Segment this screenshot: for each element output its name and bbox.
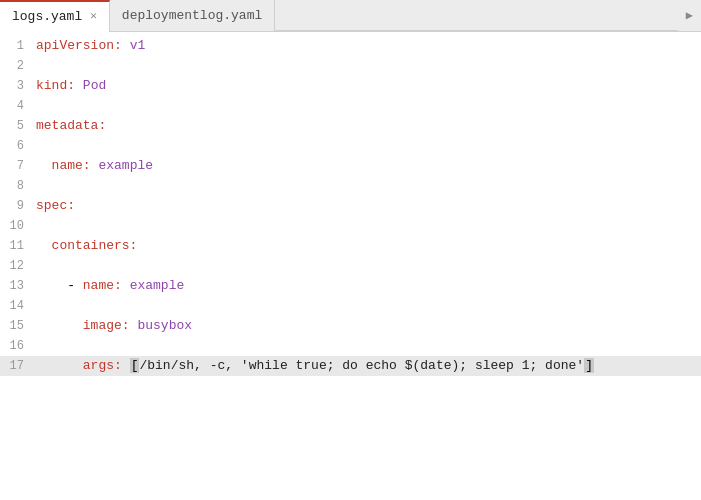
tab-logs-label: logs.yaml bbox=[12, 9, 82, 24]
line-7: 7 name: example bbox=[0, 156, 701, 176]
line-content-15: image: busybox bbox=[36, 316, 701, 336]
tab-logs[interactable]: logs.yaml ✕ bbox=[0, 0, 110, 31]
line-content-1: apiVersion: v1 bbox=[36, 36, 701, 56]
line-number-8: 8 bbox=[0, 176, 36, 196]
line-14: 14 bbox=[0, 296, 701, 316]
line-number-7: 7 bbox=[0, 156, 36, 176]
line-8: 8 bbox=[0, 176, 701, 196]
line-number-9: 9 bbox=[0, 196, 36, 216]
line-16: 16 bbox=[0, 336, 701, 356]
line-1: 1 apiVersion: v1 bbox=[0, 36, 701, 56]
line-4: 4 bbox=[0, 96, 701, 116]
line-content-3: kind: Pod bbox=[36, 76, 701, 96]
line-content-11: containers: bbox=[36, 236, 701, 256]
line-content-17: args: [/bin/sh, -c, 'while true; do echo… bbox=[36, 356, 701, 376]
line-number-14: 14 bbox=[0, 296, 36, 316]
line-number-5: 5 bbox=[0, 116, 36, 136]
line-9: 9 spec: bbox=[0, 196, 701, 216]
line-number-16: 16 bbox=[0, 336, 36, 356]
tab-spacer bbox=[275, 0, 677, 31]
line-content-7: name: example bbox=[36, 156, 701, 176]
line-number-17: 17 bbox=[0, 356, 36, 376]
line-13: 13 - name: example bbox=[0, 276, 701, 296]
app-container: logs.yaml ✕ deploymentlog.yaml ▶ 1 apiVe… bbox=[0, 0, 701, 500]
line-number-11: 11 bbox=[0, 236, 36, 256]
tab-deploymentlog-label: deploymentlog.yaml bbox=[122, 8, 262, 23]
line-3: 3 kind: Pod bbox=[0, 76, 701, 96]
line-15: 15 image: busybox bbox=[0, 316, 701, 336]
line-2: 2 bbox=[0, 56, 701, 76]
line-number-6: 6 bbox=[0, 136, 36, 156]
line-6: 6 bbox=[0, 136, 701, 156]
line-number-10: 10 bbox=[0, 216, 36, 236]
line-content-5: metadata: bbox=[36, 116, 701, 136]
line-number-4: 4 bbox=[0, 96, 36, 116]
line-17: 17 args: [/bin/sh, -c, 'while true; do e… bbox=[0, 356, 701, 376]
line-number-3: 3 bbox=[0, 76, 36, 96]
line-number-1: 1 bbox=[0, 36, 36, 56]
line-number-15: 15 bbox=[0, 316, 36, 336]
tab-deploymentlog[interactable]: deploymentlog.yaml bbox=[110, 0, 275, 31]
tab-bar: logs.yaml ✕ deploymentlog.yaml ▶ bbox=[0, 0, 701, 32]
line-12: 12 bbox=[0, 256, 701, 276]
line-number-2: 2 bbox=[0, 56, 36, 76]
line-number-13: 13 bbox=[0, 276, 36, 296]
line-10: 10 bbox=[0, 216, 701, 236]
line-content-13: - name: example bbox=[36, 276, 701, 296]
line-11: 11 containers: bbox=[0, 236, 701, 256]
editor-area[interactable]: 1 apiVersion: v1 2 3 kind: Pod 4 5 metad… bbox=[0, 32, 701, 500]
tab-scroll-arrow[interactable]: ▶ bbox=[678, 0, 701, 31]
line-5: 5 metadata: bbox=[0, 116, 701, 136]
line-content-9: spec: bbox=[36, 196, 701, 216]
tab-logs-close[interactable]: ✕ bbox=[90, 11, 97, 22]
line-number-12: 12 bbox=[0, 256, 36, 276]
